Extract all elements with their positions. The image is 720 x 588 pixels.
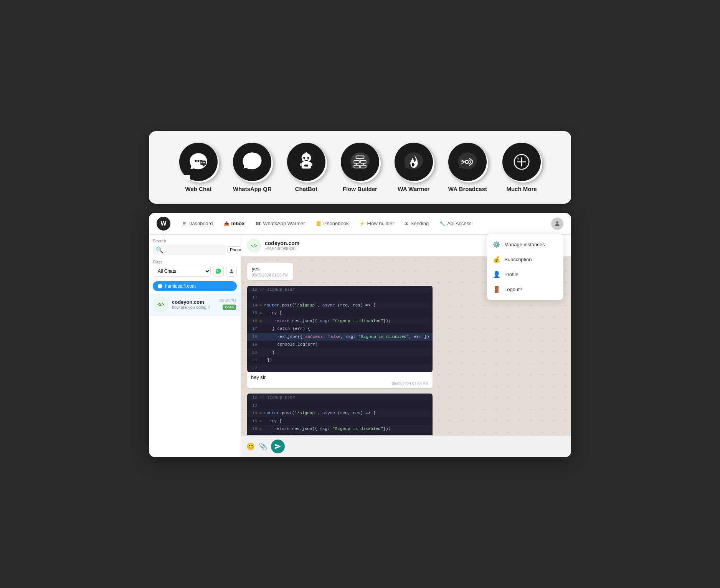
filter-row: All Chats Open Closed Pending (153, 266, 237, 277)
search-input[interactable] (165, 247, 223, 252)
chat-list: </> codeyon.com how are you doing ? 03:4… (149, 293, 241, 457)
broadcast-svg (457, 151, 478, 173)
nav-item-dashboard[interactable]: ⊞ Dashboard (178, 218, 218, 229)
nav-label-whatsapp-warmer: WhatsApp Warmer (263, 221, 305, 226)
much-more-label: Much More (506, 186, 537, 192)
feature-item-chatbot[interactable]: ChatBot (287, 143, 325, 192)
nav-item-sending[interactable]: ✉ Sending (400, 218, 433, 229)
search-label: Search (153, 239, 237, 243)
phonebook-icon: 📒 (316, 221, 322, 226)
dropdown-logout[interactable]: 🚪 Logout? (487, 282, 563, 297)
svg-text:</>: </> (157, 302, 164, 307)
chat-time: 03:49 PM (220, 299, 236, 303)
nav-item-phonebook[interactable]: 📒 Phonebook (311, 218, 353, 229)
feature-item-web-chat[interactable]: Web Chat (179, 143, 218, 192)
filter-select[interactable]: All Chats Open Closed Pending (153, 266, 211, 277)
code-block-1: 12// signup user 13 14⚠router.post('/sig… (247, 286, 433, 372)
svg-rect-5 (248, 157, 250, 159)
bot-svg (296, 151, 317, 173)
whatsapp-icon (215, 268, 221, 274)
profile-label: Profile (504, 272, 519, 277)
svg-point-17 (302, 153, 311, 163)
active-instance-name: hamidsaifi.com (165, 283, 196, 289)
svg-rect-47 (233, 270, 234, 271)
svg-point-2 (203, 162, 204, 163)
fire-svg (403, 151, 424, 173)
feature-item-whatsapp-qr[interactable]: WhatsApp QR (233, 143, 272, 192)
svg-point-43 (517, 157, 519, 159)
feature-item-wa-broadcast[interactable]: WA Broadcast (448, 143, 487, 192)
plus-svg (511, 151, 532, 173)
nav-items: ⊞ Dashboard 📥 Inbox ☎ WhatsApp Warmer 📒 … (178, 218, 543, 229)
code-line: 20 } (247, 349, 433, 357)
nav-label-flow-builder: Flow builder (367, 221, 394, 226)
nav-label-phonebook: Phonebook (324, 221, 349, 226)
nav-item-flow-builder[interactable]: ⚡ Flow builder (355, 218, 398, 229)
whatsapp-filter-icon[interactable] (213, 266, 224, 277)
user-avatar-icon (554, 220, 561, 227)
search-icon: 🔍 (156, 246, 163, 254)
svg-rect-9 (248, 164, 250, 166)
chat-item[interactable]: </> codeyon.com how are you doing ? 03:4… (149, 293, 241, 316)
code-line: 15⚠ try { (247, 417, 433, 425)
svg-rect-12 (254, 165, 255, 166)
emoji-icon[interactable]: 😊 (246, 442, 255, 451)
code-line: 16⚠ return res.json({ msg: "Signup is di… (247, 425, 433, 433)
contacts-filter-icon[interactable] (226, 266, 237, 277)
svg-text:</>: </> (251, 243, 257, 248)
svg-rect-7 (255, 157, 257, 159)
chat-info: codeyon.com how are you doing ? (172, 299, 216, 310)
subscription-icon: 💰 (493, 256, 500, 263)
dropdown-manage-instances[interactable]: ⚙️ Manage instances (487, 237, 563, 252)
chatbot-label: ChatBot (295, 186, 317, 192)
flow-builder-label: Flow Builder (343, 186, 377, 192)
message-time-yes: 05/05/2024 01:58 PM (252, 273, 289, 277)
code-line-highlight: 18 res.json({ success: false, msg: "Sign… (247, 333, 433, 341)
feature-item-wa-warmer[interactable]: WA Warmer (395, 143, 433, 192)
feature-item-flow-builder[interactable]: Flow Builder (341, 143, 379, 192)
message-code-block-1: 12// signup user 13 14⚠router.post('/sig… (247, 286, 433, 389)
feature-banner: Web Chat WhatsApp QR (149, 131, 571, 204)
svg-rect-48 (233, 272, 234, 272)
web-chat-svg (188, 151, 209, 173)
nav-item-api-access[interactable]: 🔧 Api Access (435, 218, 476, 229)
whatsapp-qr-label: WhatsApp QR (233, 186, 272, 192)
code-line: 13 (247, 293, 433, 301)
svg-point-36 (466, 161, 468, 163)
search-box[interactable]: 🔍 (153, 245, 226, 255)
code-line: 16⚠ return res.json({ msg: "Signup is di… (247, 317, 433, 325)
chat-name: codeyon.com (172, 299, 216, 305)
flow-svg (349, 151, 371, 173)
hey-sir-text: hey sir (251, 374, 429, 380)
svg-rect-14 (252, 160, 253, 161)
chat-avatar-codeyon: </> (154, 297, 168, 312)
wa-broadcast-label: WA Broadcast (448, 186, 487, 192)
feature-item-much-more[interactable]: Much More (502, 143, 541, 192)
svg-point-1 (201, 162, 202, 163)
chat-preview: how are you doing ? (172, 305, 216, 310)
logout-icon: 🚪 (493, 286, 500, 293)
svg-rect-22 (311, 163, 312, 166)
svg-rect-10 (254, 163, 255, 165)
code-block-2: 12// signup user 13 14⚠router.post('/sig… (247, 394, 433, 435)
dropdown-subscription[interactable]: 💰 Subscription (487, 252, 563, 267)
manage-instances-icon: ⚙️ (493, 241, 500, 248)
wa-broadcast-icon (448, 143, 487, 181)
web-chat-icon (179, 143, 218, 181)
top-nav: W ⊞ Dashboard 📥 Inbox ☎ WhatsApp Warmer … (149, 213, 571, 235)
active-instance-badge[interactable]: hamidsaifi.com (153, 281, 237, 291)
send-icon (274, 443, 281, 450)
nav-item-whatsapp-warmer[interactable]: ☎ WhatsApp Warmer (251, 218, 309, 229)
code-line: 19 console.log(err) (247, 341, 433, 349)
nav-label-api-access: Api Access (447, 221, 472, 226)
dropdown-profile[interactable]: 👤 Profile (487, 267, 563, 282)
send-button[interactable] (271, 440, 285, 453)
nav-item-inbox[interactable]: 📥 Inbox (219, 218, 249, 229)
user-avatar-button[interactable] (551, 217, 563, 230)
code-line: 13 (247, 402, 433, 410)
attachment-icon[interactable]: 📎 (259, 442, 267, 451)
search-row: 🔍 Phone number Name (153, 245, 237, 255)
chatbot-icon (287, 143, 325, 181)
wa-warmer-label: WA Warmer (398, 186, 429, 192)
svg-point-25 (306, 152, 307, 153)
